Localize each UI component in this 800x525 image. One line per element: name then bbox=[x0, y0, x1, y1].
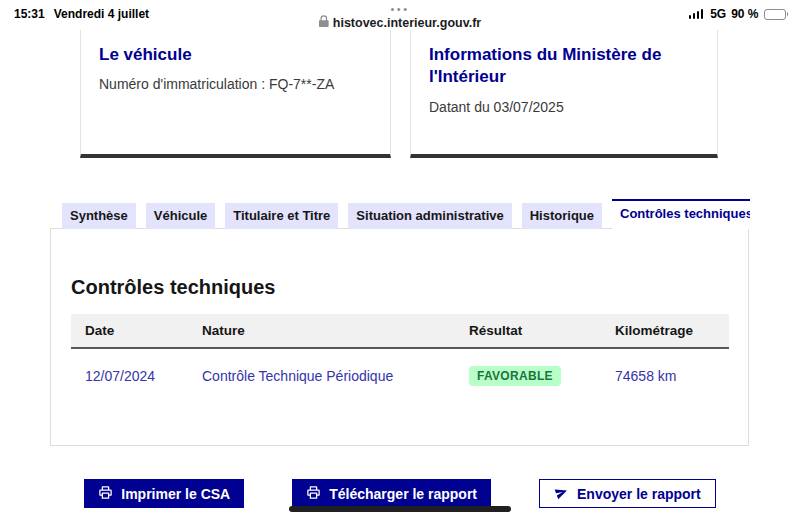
status-bar-right: 5G 90 % bbox=[689, 7, 788, 21]
cell-nature: Contrôle Technique Périodique bbox=[202, 348, 469, 401]
date: Vendredi 4 juillet bbox=[54, 7, 149, 21]
status-badge: FAVORABLE bbox=[469, 366, 561, 386]
download-report-label: Télécharger le rapport bbox=[329, 486, 477, 502]
ministry-card: Informations du Ministère de l'Intérieur… bbox=[410, 30, 718, 158]
screen: 15:31 Vendredi 4 juillet ••• histovec.in… bbox=[0, 0, 800, 525]
cell-kilometrage: 74658 km bbox=[615, 348, 729, 401]
printer-icon bbox=[98, 485, 113, 503]
print-csa-label: Imprimer le CSA bbox=[121, 486, 230, 502]
url-text: histovec.interieur.gouv.fr bbox=[333, 16, 481, 30]
action-buttons: Imprimer le CSA Télécharger le rapport E… bbox=[0, 479, 800, 508]
network-label: 5G bbox=[710, 7, 726, 21]
vehicle-card: Le véhicule Numéro d'immatriculation : F… bbox=[80, 30, 391, 158]
signal-icon bbox=[689, 9, 704, 19]
tab-historique[interactable]: Historique bbox=[522, 203, 602, 229]
controles-techniques-panel: Contrôles techniques Date Nature Résulta… bbox=[50, 228, 749, 446]
printer-icon bbox=[306, 485, 321, 503]
column-kilometrage: Kilométrage bbox=[615, 314, 729, 348]
cell-resultat: FAVORABLE bbox=[469, 348, 615, 401]
download-report-button[interactable]: Télécharger le rapport bbox=[292, 479, 491, 508]
clock: 15:31 bbox=[14, 7, 45, 21]
tab-synthese[interactable]: Synthèse bbox=[62, 203, 136, 229]
table-header-row: Date Nature Résultat Kilométrage bbox=[71, 314, 729, 348]
vehicle-card-title: Le véhicule bbox=[99, 44, 372, 66]
tab-strip: Synthèse Véhicule Titulaire et Titre Sit… bbox=[50, 198, 750, 229]
battery-percent: 90 % bbox=[731, 7, 758, 21]
tab-vehicule[interactable]: Véhicule bbox=[146, 203, 215, 229]
send-report-label: Envoyer le rapport bbox=[577, 486, 701, 502]
ministry-card-body: Datant du 03/07/2025 bbox=[429, 99, 699, 115]
inspections-table: Date Nature Résultat Kilométrage 12/07/2… bbox=[71, 314, 729, 401]
column-nature: Nature bbox=[202, 314, 469, 348]
battery-icon bbox=[764, 9, 789, 20]
tab-controles-techniques[interactable]: Contrôles techniques bbox=[612, 199, 750, 229]
print-csa-button[interactable]: Imprimer le CSA bbox=[84, 479, 244, 508]
column-resultat: Résultat bbox=[469, 314, 615, 348]
tab-titulaire-et-titre[interactable]: Titulaire et Titre bbox=[225, 203, 338, 229]
send-icon bbox=[554, 485, 569, 503]
home-indicator[interactable] bbox=[289, 506, 511, 512]
column-date: Date bbox=[71, 314, 202, 348]
table-row: 12/07/2024 Contrôle Technique Périodique… bbox=[71, 348, 729, 401]
vehicle-card-body: Numéro d'immatriculation : FQ-7**-ZA bbox=[99, 76, 372, 92]
cell-date: 12/07/2024 bbox=[71, 348, 202, 401]
status-bar-left: 15:31 Vendredi 4 juillet bbox=[14, 7, 149, 21]
ministry-card-title: Informations du Ministère de l'Intérieur bbox=[429, 44, 699, 89]
tab-situation-administrative[interactable]: Situation administrative bbox=[348, 203, 511, 229]
address-bar[interactable]: histovec.interieur.gouv.fr bbox=[319, 15, 481, 31]
panel-heading: Contrôles techniques bbox=[71, 276, 275, 299]
page-settings-dots[interactable]: ••• bbox=[390, 3, 409, 15]
lock-icon bbox=[319, 15, 329, 31]
send-report-button[interactable]: Envoyer le rapport bbox=[539, 479, 716, 508]
